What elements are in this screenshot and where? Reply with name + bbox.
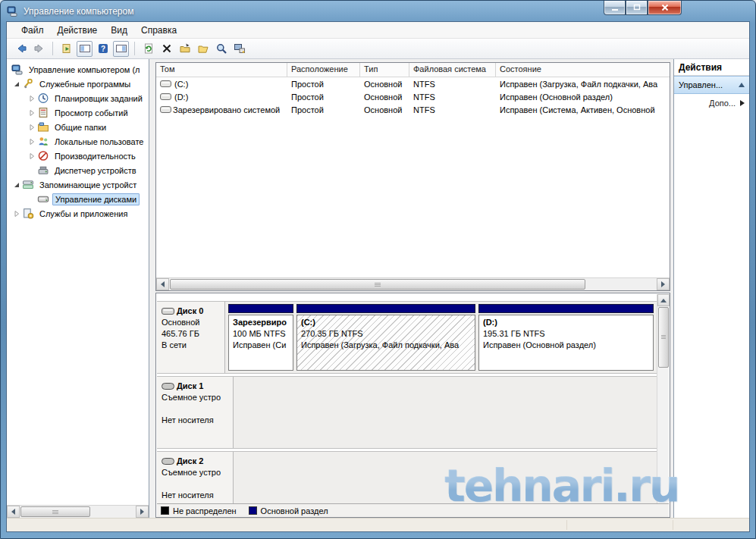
tree-item-label: Управление дисками [55,195,136,204]
partition-color-strip [478,304,654,313]
menu-file[interactable]: Файл [14,24,51,37]
expander-expanded-icon[interactable] [11,79,22,89]
column-status[interactable]: Состояние [496,63,670,77]
disk-vertical-scrollbar[interactable] [657,294,669,503]
close-icon [660,3,670,12]
scrollbar-thumb[interactable] [658,307,669,368]
tree-item-performance[interactable]: Производительность [7,149,149,163]
volume-name: (D:) [174,92,188,102]
column-layout[interactable]: Расположение [287,63,360,77]
open-folder-icon[interactable] [195,41,211,57]
partition-d[interactable]: (D:) 195.31 ГБ NTFS Исправен (Основной р… [478,304,654,371]
menu-help[interactable]: Справка [134,24,184,37]
titlebar[interactable]: Управление компьютером [1,1,755,21]
help-icon[interactable]: ? [95,41,111,57]
show-action-pane-icon[interactable] [113,41,129,57]
column-volume[interactable]: Том [156,63,287,77]
volume-status: Исправен (Загрузка, Файл подкачки, Ава [496,80,670,89]
export-list-icon[interactable] [58,41,74,57]
expander-collapsed-icon[interactable] [27,136,37,147]
disk-name: Диск 1 [177,381,203,392]
disk-icon [162,308,174,315]
column-type[interactable]: Тип [360,63,409,77]
minimize-button[interactable] [604,1,626,15]
action-more-actions[interactable]: Допо... [674,94,749,112]
partition-size: 100 МБ NTFS [233,328,289,340]
scroll-up-icon[interactable] [657,294,670,306]
tree-item-shared-folders[interactable]: Общие папки [7,120,149,134]
scrollbar-thumb[interactable] [20,506,90,517]
tree-item-task-scheduler[interactable]: Планировщик заданий [7,91,149,105]
scroll-right-icon[interactable] [657,278,670,290]
partition-status: Исправен (Си [233,340,289,351]
disk-1-empty-area[interactable] [234,377,657,448]
status-bar [7,518,749,531]
tools-icon [22,78,34,89]
expander-collapsed-icon[interactable] [11,208,22,219]
unallocated-color-swatch [161,506,169,515]
column-filesystem[interactable]: Файловая система [409,63,496,77]
action-disk-management[interactable]: Управлен... [674,76,749,94]
services-icon [22,208,34,219]
disk-1-label[interactable]: Диск 1 Съемное устро Нет носителя [157,377,234,448]
app-icon [7,5,19,17]
maximize-button[interactable] [626,1,648,15]
disk-0-row: Диск 0 Основной 465.76 ГБ В сети Зарезер… [157,301,657,374]
refresh-icon[interactable] [140,41,156,57]
disk-2-empty-area[interactable] [234,452,657,503]
tree-item-device-manager[interactable]: Диспетчер устройств [7,163,149,177]
menu-view[interactable]: Вид [104,24,134,37]
expander-collapsed-icon[interactable] [27,151,37,161]
actions-header: Действия [674,59,749,76]
disk-1-row: Диск 1 Съемное устро Нет носителя [157,376,657,449]
disk-2-label[interactable]: Диск 2 Съемное устро Нет носителя [157,452,234,503]
expander-collapsed-icon[interactable] [27,108,37,118]
expander-collapsed-icon[interactable] [27,93,37,104]
partition-system-reserved[interactable]: Зарезервиро 100 МБ NTFS Исправен (Си [228,304,293,371]
tree-item-disk-management[interactable]: Управление дисками [7,192,149,206]
volume-list-pane: Том Расположение Тип Файловая система Со… [155,62,670,291]
menu-action[interactable]: Действие [51,24,105,37]
partition-title: Зарезервиро [233,317,289,328]
scroll-right-icon[interactable] [136,506,149,518]
scrollbar-thumb[interactable] [170,279,585,290]
tree-item-label: Управление компьютером (л [29,65,140,74]
volume-row-d[interactable]: (D:) Простой Основной NTFS Исправен (Осн… [156,90,670,103]
disk-management-icon [37,193,49,205]
search-icon[interactable] [213,41,229,57]
menu-bar: Файл Действие Вид Справка [7,22,749,39]
tree-item-label: Общие папки [55,123,106,132]
volume-list-horizontal-scrollbar[interactable] [156,277,670,290]
partition-c[interactable]: (C:) 270.35 ГБ NTFS Исправен (Загрузка, … [296,304,475,371]
tree-item-computer-management[interactable]: Управление компьютером (л [7,62,149,77]
tree-item-local-users[interactable]: Локальные пользовате [7,134,149,149]
remote-computer-icon[interactable] [231,41,247,57]
tree-item-storage[interactable]: Запоминающие устройст [7,177,149,192]
tree-horizontal-scrollbar[interactable] [7,505,149,518]
close-button[interactable] [648,1,682,15]
volume-filesystem: NTFS [409,105,496,114]
properties-icon[interactable] [177,41,193,57]
disk-0-partitions: Зарезервиро 100 МБ NTFS Исправен (Си (C:… [225,302,657,373]
expander-collapsed-icon[interactable] [27,122,37,133]
partition-size: 270.35 ГБ NTFS [301,328,471,340]
delete-icon[interactable] [158,41,174,57]
tree-item-event-viewer[interactable]: Просмотр событий [7,105,149,120]
computer-icon [11,64,24,75]
forward-icon[interactable] [31,41,47,57]
show-console-tree-icon[interactable] [77,41,93,57]
tree-item-label: Диспетчер устройств [55,166,136,175]
partition-size: 195.31 ГБ NTFS [483,328,649,340]
expander-expanded-icon[interactable] [11,180,22,190]
volume-row-c[interactable]: (C:) Простой Основной NTFS Исправен (Заг… [156,77,670,90]
scroll-left-icon[interactable] [7,506,20,518]
scroll-left-icon[interactable] [156,278,169,290]
scheduler-icon [37,92,49,104]
statusbar-divider [566,520,567,530]
tree-item-services-applications[interactable]: Службы и приложения [7,206,149,221]
back-icon[interactable] [13,41,29,57]
volume-row-system-reserved[interactable]: Зарезервировано системой Простой Основно… [156,103,670,116]
tree-item-system-tools[interactable]: Служебные программы [7,77,149,91]
disk-0-label[interactable]: Диск 0 Основной 465.76 ГБ В сети [157,302,225,373]
actions-panel: Действия Управлен... Допо... [673,59,749,518]
